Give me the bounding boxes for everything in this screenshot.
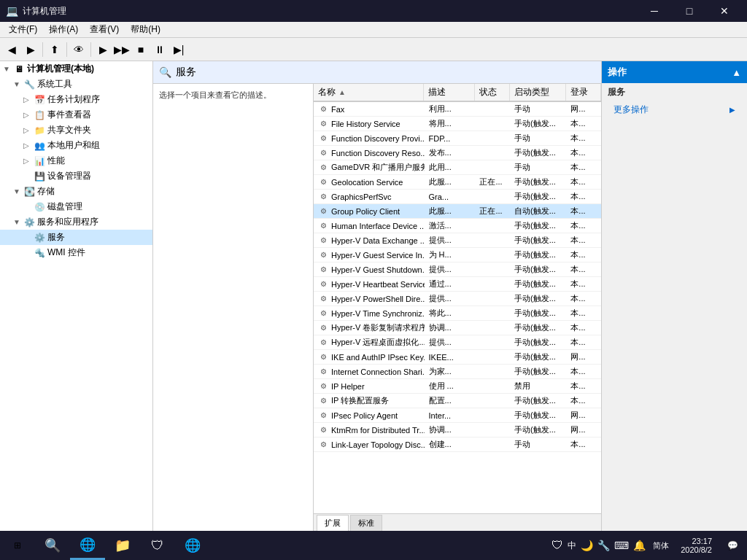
close-button[interactable]: ✕ [708, 0, 741, 22]
service-icon: ⚙ [318, 148, 328, 158]
service-name-text: GameDVR 和广播用户服务... [331, 162, 425, 173]
service-name-text: Function Discovery Reso... [331, 149, 425, 158]
table-row[interactable]: ⚙ Function Discovery Reso... 发布... 手动(触发… [314, 146, 601, 160]
tree-services-apps[interactable]: ▼ ⚙️ 服务和应用程序 [0, 214, 152, 230]
menu-item[interactable]: 帮助(H) [125, 22, 166, 37]
cell-startup: 手动 [510, 131, 566, 145]
explorer-app[interactable]: 📁 [105, 531, 140, 560]
cell-status [475, 429, 510, 432]
back-button[interactable]: ◀ [3, 41, 20, 58]
service-name-text: IP Helper [331, 382, 365, 391]
tray-lang-icon[interactable]: 中 [568, 540, 576, 552]
col-header-login[interactable]: 登录 [566, 84, 601, 101]
table-row[interactable]: ⚙ Hyper-V 远程桌面虚拟化... 提供... 手动(触发... 本... [314, 335, 601, 350]
table-row[interactable]: ⚙ IP 转换配置服务 配置... 手动(触发... 本... [314, 394, 601, 408]
cell-status [475, 225, 510, 228]
service-name-text: Function Discovery Provi... [331, 134, 425, 143]
start-button[interactable]: ⊞ [0, 531, 35, 560]
col-header-startup[interactable]: 启动类型 [510, 84, 566, 101]
tab-extended[interactable]: 扩展 [317, 515, 349, 531]
cell-status [475, 370, 510, 373]
lang-text[interactable]: 简体 [653, 540, 669, 551]
table-row[interactable]: ⚙ Hyper-V Data Exchange ... 提供... 手动(触发.… [314, 233, 601, 248]
table-row[interactable]: ⚙ IP Helper 使用 ... 禁用 本... [314, 379, 601, 394]
tab-standard[interactable]: 标准 [350, 515, 382, 531]
table-row[interactable]: ⚙ Hyper-V Heartbeat Service 通过... 手动(触发.… [314, 277, 601, 292]
table-row[interactable]: ⚙ Hyper-V Time Synchroniz... 将此... 手动(触发… [314, 306, 601, 321]
tree-performance[interactable]: ▷ 📊 性能 [0, 153, 152, 168]
pause-button[interactable]: ⏸ [151, 41, 169, 58]
cell-name: ⚙ Hyper-V 远程桌面虚拟化... [314, 335, 425, 349]
table-row[interactable]: ⚙ File History Service 将用... 手动(触发... 本.… [314, 117, 601, 131]
system-clock[interactable]: 23:17 2020/8/2 [675, 537, 718, 554]
cell-name: ⚙ File History Service [314, 117, 425, 131]
show-hide-button[interactable]: 👁 [70, 41, 88, 58]
forward-button[interactable]: ▶ [22, 41, 39, 58]
menu-item[interactable]: 查看(V) [84, 22, 125, 37]
table-row[interactable]: ⚙ Hyper-V Guest Shutdown... 提供... 手动(触发.… [314, 262, 601, 277]
table-row[interactable]: ⚙ Geolocation Service 此服... 正在... 手动(触发.… [314, 175, 601, 190]
play2-button[interactable]: ▶▶ [113, 41, 131, 58]
table-row[interactable]: ⚙ Human Interface Device ... 激活... 手动(触发… [314, 219, 601, 233]
col-header-desc[interactable]: 描述 [424, 84, 475, 101]
table-row[interactable]: ⚙ IPsec Policy Agent Inter... 手动(触发... 网… [314, 408, 601, 423]
cell-desc: 提供... [425, 262, 476, 276]
col-header-status[interactable]: 状态 [475, 84, 510, 101]
table-row[interactable]: ⚙ GameDVR 和广播用户服务... 此用... 手动 本... [314, 160, 601, 175]
table-row[interactable]: ⚙ Hyper-V 卷影复制请求程序 协调... 手动(触发... 本... [314, 321, 601, 335]
play-button[interactable]: ▶ [94, 41, 112, 58]
col-header-name[interactable]: 名称 ▲ [314, 84, 424, 101]
tree-storage[interactable]: ▼ 💽 存储 [0, 184, 152, 199]
users-icon: 👥 [34, 140, 45, 152]
search-app[interactable]: 🔍 [35, 531, 70, 560]
table-row[interactable]: ⚙ IKE and AuthIP IPsec Key... IKEE... 手动… [314, 350, 601, 365]
cell-desc: 为 H... [425, 248, 476, 262]
table-row[interactable]: ⚙ Hyper-V PowerShell Dire... 提供... 手动(触发… [314, 292, 601, 306]
tree-system-tools[interactable]: ▼ 🔧 系统工具 [0, 77, 152, 92]
cell-status: 正在... [475, 175, 510, 189]
cell-status [475, 108, 510, 111]
security-app[interactable]: 🛡 [140, 531, 175, 560]
notification-center-button[interactable]: 💬 [718, 531, 747, 560]
tree-root[interactable]: ▼ 🖥 计算机管理(本地) [0, 61, 152, 77]
table-row[interactable]: ⚙ Hyper-V Guest Service In... 为 H... 手动(… [314, 248, 601, 262]
service-icon: ⚙ [318, 323, 328, 333]
menu-item[interactable]: 操作(A) [43, 22, 84, 37]
services-icon: ⚙️ [34, 232, 45, 244]
tree-task-scheduler[interactable]: ▷ 📅 任务计划程序 [0, 92, 152, 107]
maximize-button[interactable]: □ [673, 0, 706, 22]
cell-status [475, 341, 510, 344]
tree-disk-mgmt[interactable]: 💿 磁盘管理 [0, 199, 152, 214]
edge-app[interactable]: 🌐 [70, 531, 105, 560]
services-table-body[interactable]: ⚙ Fax 利用... 手动 网... ⚙ File History Servi… [314, 102, 601, 513]
table-row[interactable]: ⚙ Link-Layer Topology Disc... 创建... 手动 本… [314, 438, 601, 452]
stop-button[interactable]: ■ [132, 41, 150, 58]
network-app[interactable]: 🌐 [175, 531, 210, 560]
tree-services[interactable]: ⚙️ 服务 [0, 230, 152, 245]
cell-desc: 将此... [425, 306, 476, 320]
up-button[interactable]: ⬆ [46, 41, 63, 58]
table-row[interactable]: ⚙ KtmRm for Distributed Tr... 协调... 手动(触… [314, 423, 601, 438]
tree-shared-folders[interactable]: ▷ 📁 共享文件夹 [0, 122, 152, 138]
cell-status [475, 283, 510, 286]
table-row[interactable]: ⚙ Function Discovery Provi... FDP... 手动 … [314, 131, 601, 146]
table-row[interactable]: ⚙ Fax 利用... 手动 网... [314, 102, 601, 117]
service-icon: ⚙ [318, 104, 328, 114]
service-name-text: Fax [331, 105, 344, 114]
step-button[interactable]: ▶| [170, 41, 187, 58]
action-more[interactable]: 更多操作 ▶ [602, 101, 747, 118]
cell-name: ⚙ Hyper-V Heartbeat Service [314, 278, 425, 291]
cell-login: 网... [566, 423, 601, 437]
cell-login: 本... [566, 321, 601, 335]
tree-local-users[interactable]: ▷ 👥 本地用户和组 [0, 138, 152, 153]
tree-device-manager[interactable]: 💾 设备管理器 [0, 168, 152, 184]
minimize-button[interactable]: ─ [638, 0, 671, 22]
cell-login: 本... [566, 190, 601, 203]
menu-item[interactable]: 文件(F) [3, 22, 43, 37]
table-row[interactable]: ⚙ Internet Connection Shari... 为家... 手动(… [314, 365, 601, 379]
tree-event-viewer[interactable]: ▷ 📋 事件查看器 [0, 107, 152, 122]
table-row[interactable]: ⚙ GraphicsPerfSvc Gra... 手动(触发... 本... [314, 190, 601, 204]
tree-wmi[interactable]: 🔩 WMI 控件 [0, 245, 152, 260]
cell-status [475, 385, 510, 388]
table-row[interactable]: ⚙ Group Policy Client 此服... 正在... 自动(触发.… [314, 204, 601, 219]
